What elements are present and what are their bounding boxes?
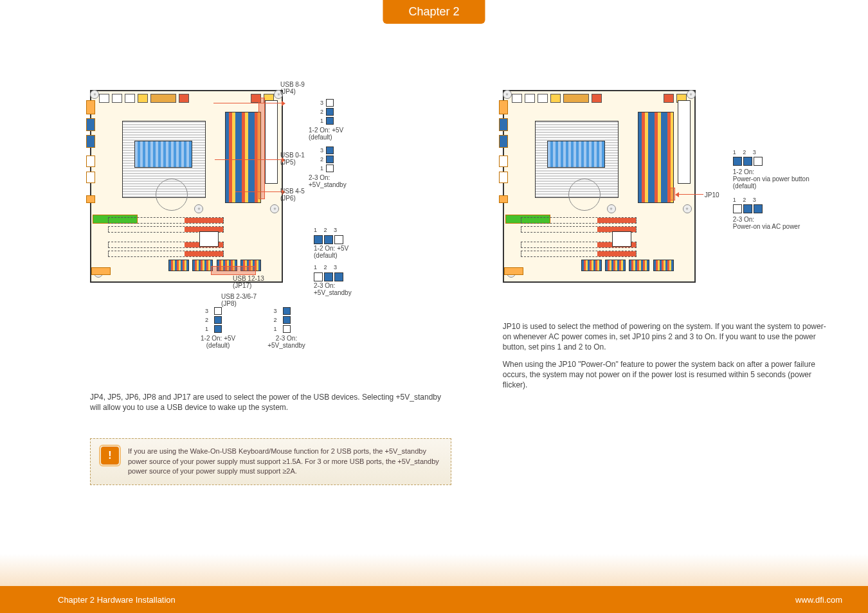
usb-power-description: JP4, JP5, JP6, JP8 and JP17 are used to …	[90, 392, 451, 413]
edge-connector	[86, 155, 95, 167]
mount-icon: ✳	[607, 204, 616, 213]
pin-square	[283, 316, 291, 324]
usb1213-pins-23on: 1 2 3 2-3 On: +5V_standby	[314, 263, 352, 296]
important-icon: !	[101, 447, 119, 465]
io-port	[150, 94, 176, 103]
usb-power-figure: ✳ ✳ ✳ ✳ ✳	[90, 90, 451, 373]
io-port	[99, 94, 109, 103]
right-column: ✳ ✳ ✳ ✳ ✳	[503, 90, 829, 549]
pin-square	[324, 235, 333, 244]
mount-icon: ✳	[194, 204, 203, 213]
io-port	[538, 94, 548, 103]
pin-square	[314, 272, 323, 281]
io-port	[664, 94, 674, 103]
jp10-option2: 1 2 3 2-3 On: Power-on via AC power	[733, 194, 800, 230]
chapter-tab: Chapter 2	[383, 0, 485, 24]
pin-numbers-vertical: 321	[274, 307, 277, 333]
setting-12on: 1-2 On: +5V (default)	[314, 245, 348, 259]
pcie-slot	[108, 251, 224, 257]
io-port	[112, 94, 122, 103]
motherboard-diagram-right: ✳ ✳ ✳ ✳ ✳	[503, 90, 696, 283]
leader-line	[235, 191, 282, 192]
edge-connector	[504, 267, 523, 275]
header-block	[192, 260, 213, 271]
usb89-setting: 1-2 On: +5V (default)	[309, 127, 343, 141]
footer-gradient	[0, 554, 868, 586]
jumper-highlight	[667, 188, 675, 200]
jp10-setting-23on: 2-3 On: Power-on via AC power	[733, 216, 800, 230]
footer-right: www.dfi.com	[795, 595, 842, 605]
edge-connector	[499, 100, 508, 114]
usb1213-pins-12on: 1 2 3 1-2 On: +5V (default)	[314, 226, 348, 259]
pin-square	[214, 325, 222, 333]
header-block	[653, 260, 674, 271]
leader-line	[213, 103, 282, 103]
leader-line	[215, 159, 282, 160]
pin-numbers-horizontal: 1 2 3	[733, 197, 759, 203]
pin-numbers-horizontal: 1 2 3	[733, 149, 759, 155]
usb1213-label: USB 12-13 (JP17)	[233, 275, 264, 289]
chipset	[568, 179, 601, 211]
pin-numbers-vertical: 321	[205, 307, 208, 333]
pcie-slot	[108, 217, 224, 224]
pin-square	[326, 99, 334, 107]
header-block	[168, 260, 189, 271]
usb89-label: USB 8-9 (JP4)	[280, 81, 305, 95]
edge-connector	[86, 172, 95, 183]
atx-power	[265, 100, 278, 184]
footer-left: Chapter 2 Hardware Installation	[58, 595, 176, 605]
pin-square	[334, 272, 343, 281]
io-port	[125, 94, 135, 103]
usb01-setting: 2-3 On: +5V_standby	[309, 175, 347, 188]
pin-square	[326, 155, 334, 163]
front-panel-headers	[581, 260, 688, 278]
edge-connector	[499, 195, 508, 203]
edge-connector	[91, 267, 111, 275]
pcie-slot	[521, 251, 637, 257]
header-block	[581, 260, 602, 271]
edge-connector	[499, 172, 508, 183]
header-block	[629, 260, 649, 271]
setting-12on: 1-2 On: +5V (default)	[201, 335, 235, 349]
jp10-label: JP10	[705, 191, 719, 199]
edge-connector	[86, 118, 95, 131]
pin-numbers-vertical: 321	[320, 99, 323, 125]
pin-square	[214, 307, 222, 315]
pin-square	[754, 204, 763, 213]
setting-23on: 2-3 On: +5V_standby	[314, 283, 352, 296]
pin-square	[314, 235, 323, 244]
jumper-highlight	[258, 98, 265, 199]
io-port	[550, 94, 561, 103]
io-port	[563, 94, 589, 103]
rear-io-row	[99, 94, 274, 107]
motherboard-diagram-left: ✳ ✳ ✳ ✳ ✳	[90, 90, 283, 283]
usb01-pins: 321	[320, 147, 334, 172]
left-column: ✳ ✳ ✳ ✳ ✳	[90, 90, 451, 549]
pin-square	[326, 164, 334, 172]
cpu-die	[134, 141, 192, 168]
pin-square	[733, 157, 742, 166]
io-port	[179, 94, 189, 103]
edge-connector	[499, 135, 508, 148]
jumper-highlight	[211, 266, 256, 275]
jp10-figure: ✳ ✳ ✳ ✳ ✳	[503, 90, 829, 302]
atx-power	[678, 100, 691, 184]
jp10-option1: 1 2 3 1-2 On: Power-on via power button …	[733, 147, 809, 190]
jp10-description-2: When using the JP10 "Power-On" feature t…	[503, 359, 829, 391]
pin-square	[326, 147, 334, 154]
jp10-setting-12on: 1-2 On: Power-on via power button (defau…	[733, 168, 809, 190]
pin-square	[743, 157, 752, 166]
pin-numbers-horizontal: 1 2 3	[314, 226, 348, 234]
pcie-slot	[521, 217, 637, 224]
io-port	[512, 94, 522, 103]
pin-numbers-horizontal: 1 2 3	[314, 263, 352, 271]
pin-numbers-vertical: 321	[320, 147, 323, 172]
cpu-die	[547, 141, 605, 168]
setting-23on: 2-3 On: +5V_standby	[267, 335, 305, 349]
dimm-slots	[225, 112, 261, 203]
header-block	[605, 260, 626, 271]
ic-block	[199, 231, 219, 247]
pin-square	[733, 204, 742, 213]
ic-block	[612, 231, 631, 247]
usb2367-pin-groups: 321 1-2 On: +5V (default) 321	[201, 307, 305, 349]
